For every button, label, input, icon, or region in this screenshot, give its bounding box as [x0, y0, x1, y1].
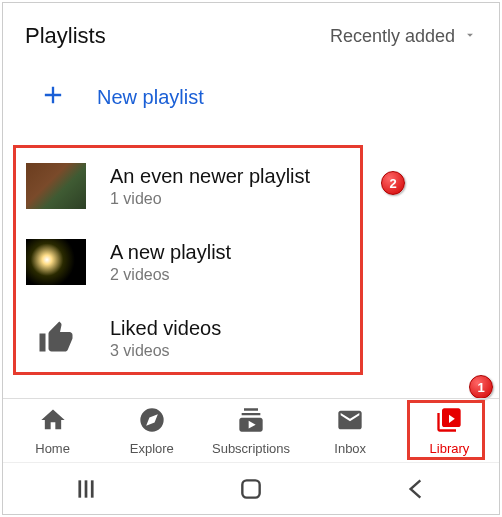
nav-label: Explore [130, 441, 174, 456]
nav-inbox[interactable]: Inbox [301, 399, 400, 462]
playlists-highlight-box: An even newer playlist 1 video A new pla… [13, 145, 363, 375]
svg-point-0 [150, 418, 154, 422]
playlist-info: A new playlist 2 videos [110, 241, 231, 284]
subscriptions-icon [237, 406, 265, 437]
explore-icon [138, 406, 166, 437]
new-playlist-button[interactable]: New playlist [3, 59, 499, 136]
playlist-title: An even newer playlist [110, 165, 310, 188]
plus-icon [39, 81, 67, 114]
playlist-item[interactable]: An even newer playlist 1 video [16, 148, 360, 224]
playlist-item[interactable]: Liked videos 3 videos [16, 300, 360, 376]
annotation-badge-2: 2 [381, 171, 405, 195]
nav-label: Subscriptions [212, 441, 290, 456]
inbox-icon [336, 406, 364, 437]
nav-subscriptions[interactable]: Subscriptions [201, 399, 300, 462]
playlist-thumbnail [26, 239, 86, 285]
home-icon [39, 406, 67, 437]
liked-videos-icon [26, 315, 86, 361]
annotation-badge-1: 1 [469, 375, 493, 399]
nav-label: Inbox [334, 441, 366, 456]
new-playlist-label: New playlist [97, 86, 204, 109]
dropdown-arrow-icon [463, 26, 477, 47]
recent-apps-button[interactable] [56, 469, 116, 509]
system-nav [3, 462, 499, 514]
playlist-count: 3 videos [110, 342, 221, 360]
playlist-thumbnail [26, 163, 86, 209]
nav-explore[interactable]: Explore [102, 399, 201, 462]
nav-label: Home [35, 441, 70, 456]
nav-library[interactable]: Library [400, 399, 499, 462]
section-title: Playlists [25, 23, 106, 49]
svg-rect-4 [242, 480, 259, 497]
playlists-header: Playlists Recently added [3, 3, 499, 59]
svg-rect-3 [91, 480, 94, 497]
svg-rect-2 [84, 480, 87, 497]
nav-label: Library [430, 441, 470, 456]
svg-rect-1 [78, 480, 81, 497]
sort-label: Recently added [330, 26, 455, 47]
playlist-count: 1 video [110, 190, 310, 208]
bottom-nav: Home Explore Subscriptions Inbox Library [3, 398, 499, 462]
library-icon [435, 406, 463, 437]
back-button[interactable] [386, 469, 446, 509]
playlist-title: Liked videos [110, 317, 221, 340]
sort-dropdown[interactable]: Recently added [330, 26, 477, 47]
playlist-info: An even newer playlist 1 video [110, 165, 310, 208]
playlist-item[interactable]: A new playlist 2 videos [16, 224, 360, 300]
home-button[interactable] [221, 469, 281, 509]
playlist-count: 2 videos [110, 266, 231, 284]
playlist-info: Liked videos 3 videos [110, 317, 221, 360]
screen: Playlists Recently added New playlist An… [2, 2, 500, 515]
playlist-title: A new playlist [110, 241, 231, 264]
nav-home[interactable]: Home [3, 399, 102, 462]
